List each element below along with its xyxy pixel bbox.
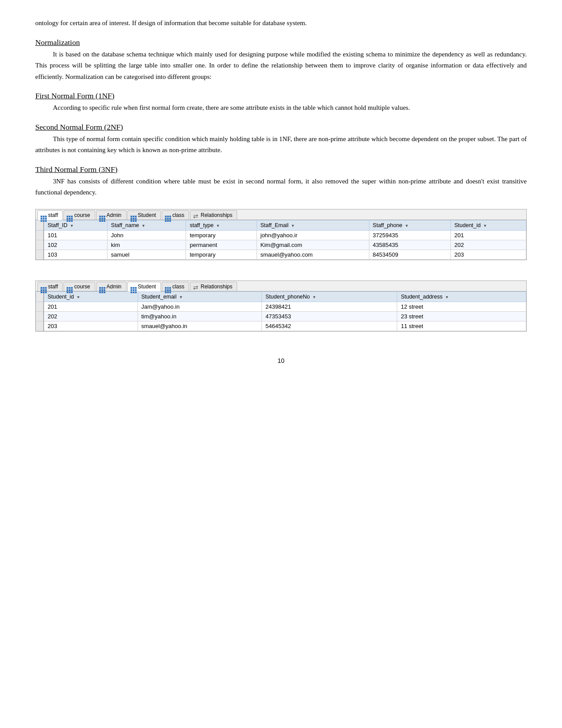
tab-staff[interactable]: staff — [37, 282, 63, 291]
table-cell: 102 — [44, 240, 107, 250]
table-cell: 202 — [450, 240, 526, 250]
table-cell: 12 street — [397, 302, 526, 311]
table-cell: Jam@yahoo.in — [138, 302, 262, 311]
tab-label: staff — [48, 212, 58, 218]
normalization-para: It is based on the database schema techn… — [35, 49, 527, 83]
third-nf-section: Third Normal Form (3NF) 3NF has consists… — [35, 159, 527, 198]
tab-class[interactable]: class — [162, 210, 189, 220]
row-selector — [36, 311, 44, 321]
table-cell: john@yahoo.ir — [257, 230, 369, 240]
table-cell: 23 street — [397, 311, 526, 321]
first-nf-para: According to specific rule when first no… — [35, 102, 527, 114]
row-selector — [36, 230, 44, 240]
table-cell: smauel@yahoo.in — [138, 321, 262, 331]
column-header-student_phoneno[interactable]: Student_phoneNo ▼ — [262, 291, 397, 302]
tab-label: Admin — [107, 212, 122, 218]
second-nf-para: This type of normal form contain specifi… — [35, 134, 527, 156]
table-cell: 203 — [450, 250, 526, 259]
tab-label: Relationships — [201, 212, 232, 218]
tab-admin[interactable]: Admin — [96, 210, 127, 220]
table-cell: 103 — [44, 250, 107, 259]
tab-relationships[interactable]: ⇄Relationships — [190, 282, 237, 291]
column-header-staff_id[interactable]: Staff_ID ▼ — [44, 220, 107, 230]
tab-staff[interactable]: staff — [37, 210, 63, 220]
table-cell: 11 street — [397, 321, 526, 331]
tab-label: course — [74, 284, 90, 290]
table-cell: temporary — [186, 250, 257, 259]
page-number: 10 — [35, 357, 527, 364]
student-table-area: Student_id ▼Student_email ▼Student_phone… — [36, 291, 526, 331]
column-header-student_id[interactable]: Student_id ▼ — [44, 291, 138, 302]
first-nf-section: First Normal Form (1NF) According to spe… — [35, 85, 527, 114]
tab-bar-1: staffcourseAdminStudentclass⇄Relationshi… — [36, 209, 526, 220]
table-cell: smauel@yahoo.com — [257, 250, 369, 259]
tab-student[interactable]: Student — [127, 210, 161, 220]
table-cell: John — [107, 230, 186, 240]
tab-label: Relationships — [201, 284, 232, 290]
table-cell: kim — [107, 240, 186, 250]
tab-course[interactable]: course — [63, 282, 95, 291]
row-selector — [36, 250, 44, 259]
column-header-staff_name[interactable]: Staff_name ▼ — [107, 220, 186, 230]
tab-class[interactable]: class — [162, 282, 189, 291]
row-selector — [36, 321, 44, 331]
table-row[interactable]: 103samueltemporarysmauel@yahoo.com845345… — [36, 250, 526, 259]
row-selector — [36, 240, 44, 250]
table-cell: 37259435 — [369, 230, 450, 240]
table-row[interactable]: 201Jam@yahoo.in2439842112 street — [36, 302, 526, 311]
column-header-student_address[interactable]: Student_address ▼ — [397, 291, 526, 302]
column-header-student_id[interactable]: Student_id ▼ — [450, 220, 526, 230]
table-cell: 24398421 — [262, 302, 397, 311]
table-cell: 101 — [44, 230, 107, 240]
table-row[interactable]: 203smauel@yahoo.in5464534211 street — [36, 321, 526, 331]
tab-label: Student — [138, 212, 156, 218]
tab-course[interactable]: course — [63, 210, 95, 220]
table-cell: 43585435 — [369, 240, 450, 250]
table-cell: 47353453 — [262, 311, 397, 321]
first-nf-heading: First Normal Form (1NF) — [35, 91, 115, 101]
tab-label: staff — [48, 284, 58, 290]
table-row[interactable]: 102kimpermanentKim@gmail.com43585435202 — [36, 240, 526, 250]
third-nf-heading: Third Normal Form (3NF) — [35, 165, 118, 174]
staff-table-area: Staff_ID ▼Staff_name ▼staff_type ▼Staff_… — [36, 220, 526, 260]
table-cell: 201 — [450, 230, 526, 240]
normalization-heading: Normalization — [35, 38, 80, 47]
intro-para: ontology for certain area of interest. I… — [35, 18, 527, 29]
column-header-staff_email[interactable]: Staff_Email ▼ — [257, 220, 369, 230]
data-table: Student_id ▼Student_email ▼Student_phone… — [36, 291, 526, 331]
row-selector — [36, 302, 44, 311]
table-cell: 201 — [44, 302, 138, 311]
table-cell: permanent — [186, 240, 257, 250]
table-cell: samuel — [107, 250, 186, 259]
table-cell: 54645342 — [262, 321, 397, 331]
table-cell: Kim@gmail.com — [257, 240, 369, 250]
tab-bar-2: staffcourseAdminStudentclass⇄Relationshi… — [36, 281, 526, 291]
column-header-staff_phone[interactable]: Staff_phone ▼ — [369, 220, 450, 230]
column-header-student_email[interactable]: Student_email ▼ — [138, 291, 262, 302]
tab-label: class — [172, 212, 184, 218]
tab-label: Student — [138, 284, 156, 290]
tab-admin[interactable]: Admin — [96, 282, 127, 291]
student-table-container: staffcourseAdminStudentclass⇄Relationshi… — [35, 280, 527, 332]
table-cell: 202 — [44, 311, 138, 321]
tab-label: Admin — [107, 284, 122, 290]
column-header-staff_type[interactable]: staff_type ▼ — [186, 220, 257, 230]
table-cell: temporary — [186, 230, 257, 240]
data-table: Staff_ID ▼Staff_name ▼staff_type ▼Staff_… — [36, 220, 526, 260]
second-nf-section: Second Normal Form (2NF) This type of no… — [35, 116, 527, 156]
second-nf-heading: Second Normal Form (2NF) — [35, 123, 123, 132]
tab-student[interactable]: Student — [127, 282, 161, 291]
table-row[interactable]: 202tim@yahoo.in4735345323 street — [36, 311, 526, 321]
table-row[interactable]: 101Johntemporaryjohn@yahoo.ir37259435201 — [36, 230, 526, 240]
tab-label: course — [74, 212, 90, 218]
table-cell: 84534509 — [369, 250, 450, 259]
third-nf-para: 3NF has consists of different condition … — [35, 176, 527, 198]
table-cell: 203 — [44, 321, 138, 331]
tab-relationships[interactable]: ⇄Relationships — [190, 210, 237, 220]
table-cell: tim@yahoo.in — [138, 311, 262, 321]
tab-label: class — [172, 284, 184, 290]
normalization-section: Normalization It is based on the databas… — [35, 32, 527, 83]
staff-table-container: staffcourseAdminStudentclass⇄Relationshi… — [35, 209, 527, 260]
